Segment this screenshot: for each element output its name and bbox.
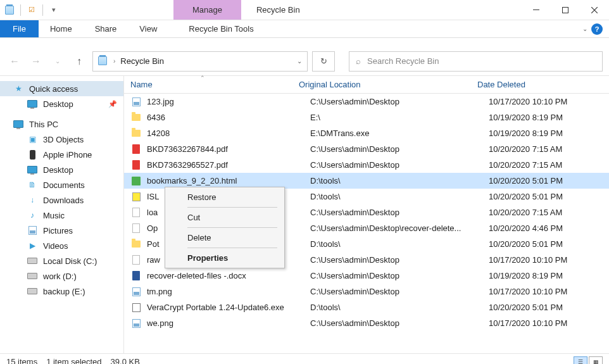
file-type-icon <box>130 270 142 282</box>
sidebar-item-iphone[interactable]: Apple iPhone <box>0 147 123 162</box>
ribbon: File Home Share View Recycle Bin Tools ⌄… <box>0 20 609 38</box>
expand-ribbon-icon[interactable]: ⌄ <box>582 25 587 32</box>
ctx-restore[interactable]: Restore <box>167 189 282 205</box>
qat-dropdown-icon[interactable]: ▾ <box>48 4 60 16</box>
recycle-bin-tools-tab[interactable]: Recycle Bin Tools <box>170 20 272 37</box>
status-item-count: 15 items <box>6 357 37 364</box>
cell-location: C:\Users\admin\Desktop <box>310 318 489 328</box>
column-header-date[interactable]: Date Deleted <box>477 80 609 89</box>
sidebar-item-quick-access[interactable]: ★ Quick access <box>0 81 123 96</box>
documents-icon: 🗎 <box>27 179 38 191</box>
file-type-icon <box>130 128 142 139</box>
ctx-cut[interactable]: Cut <box>167 210 282 225</box>
sidebar-label: backup (E:) <box>43 287 85 296</box>
forward-button[interactable]: → <box>28 53 44 70</box>
sidebar-item-drive-c[interactable]: Local Disk (C:) <box>0 253 123 268</box>
icons-view-toggle[interactable]: ▦ <box>589 356 603 365</box>
table-row[interactable]: recover-deleted-files -.docxC:\Users\adm… <box>124 268 609 284</box>
cell-date: 10/20/2020 7:15 AM <box>489 144 609 154</box>
cell-location: C:\Users\admin\Desktop <box>310 144 489 154</box>
column-header-location[interactable]: Original Location <box>299 80 477 89</box>
minimize-button[interactable] <box>522 0 551 20</box>
up-button[interactable]: ↑ <box>71 53 87 70</box>
column-header-name[interactable]: Name <box>130 80 299 89</box>
cell-name: 6436 <box>147 113 310 122</box>
breadcrumb-chevron-icon[interactable]: › <box>113 58 115 65</box>
help-icon[interactable]: ? <box>591 23 603 35</box>
file-tab[interactable]: File <box>0 20 39 37</box>
sidebar-item-pictures[interactable]: Pictures <box>0 223 123 238</box>
pc-icon <box>13 118 24 130</box>
sort-indicator-icon: ⌃ <box>200 75 205 81</box>
sidebar-item-downloads[interactable]: ↓Downloads <box>0 192 123 208</box>
cell-date: 10/19/2020 8:19 PM <box>489 271 609 280</box>
close-button[interactable] <box>580 0 609 20</box>
svg-rect-1 <box>563 7 568 13</box>
sidebar-label: Quick access <box>29 84 78 94</box>
address-dropdown-icon[interactable]: ⌄ <box>297 58 302 65</box>
cell-location: C:\Users\admin\Desktop <box>310 208 489 217</box>
navigation-pane[interactable]: ★ Quick access Desktop 📌 This PC ▣3D Obj… <box>0 76 124 353</box>
ctx-properties[interactable]: Properties <box>167 250 282 266</box>
file-type-icon <box>130 144 142 155</box>
sidebar-item-videos[interactable]: ▶Videos <box>0 238 123 253</box>
recent-dropdown-icon[interactable]: ⌄ <box>49 53 66 70</box>
cell-location: D:\tools\ <box>310 192 489 201</box>
table-row[interactable]: tm.pngC:\Users\admin\Desktop10/17/2020 1… <box>124 284 609 299</box>
cell-date: 10/20/2020 5:01 PM <box>489 192 609 201</box>
search-box[interactable]: ⌕ <box>349 51 603 72</box>
table-row[interactable]: 14208E:\DMTrans.exe10/19/2020 8:19 PM <box>124 125 609 141</box>
file-type-icon <box>130 112 142 123</box>
status-size: 39.0 KB <box>111 357 140 364</box>
sidebar-item-drive-d[interactable]: work (D:) <box>0 268 123 284</box>
sidebar-label: Local Disk (C:) <box>43 256 97 266</box>
videos-icon: ▶ <box>27 240 38 251</box>
contextual-tab-header[interactable]: Manage <box>173 0 241 20</box>
details-view-toggle[interactable]: ☰ <box>574 356 587 365</box>
table-row[interactable]: 123.jpgC:\Users\admin\Desktop10/17/2020 … <box>124 94 609 110</box>
sidebar-item-desktop[interactable]: Desktop 📌 <box>0 96 123 111</box>
refresh-button[interactable]: ↻ <box>312 51 335 72</box>
sidebar-item-this-pc[interactable]: This PC <box>0 116 123 132</box>
maximize-button[interactable] <box>551 0 580 20</box>
address-bar[interactable]: › Recycle Bin ⌄ <box>92 51 308 72</box>
recycle-bin-icon[interactable] <box>4 4 15 16</box>
sidebar-label: 3D Objects <box>43 135 84 144</box>
home-tab[interactable]: Home <box>39 20 84 37</box>
context-menu: Restore Cut Delete Properties <box>165 187 285 268</box>
title-bar: ☑ ▾ Manage Recycle Bin <box>0 0 609 20</box>
cell-date: 10/17/2020 10:10 PM <box>489 255 609 265</box>
cell-date: 10/20/2020 4:46 PM <box>489 223 609 233</box>
sidebar-item-music[interactable]: ♪Music <box>0 208 123 223</box>
ctx-delete[interactable]: Delete <box>167 230 282 246</box>
cell-location: C:\Users\admin\Desktop <box>310 271 489 280</box>
table-row[interactable]: 6436E:\10/19/2020 8:19 PM <box>124 110 609 125</box>
cell-name: BKD73632267844.pdf <box>147 144 310 154</box>
cell-date: 10/17/2020 10:10 PM <box>489 318 609 328</box>
cell-date: 10/17/2020 10:10 PM <box>489 97 609 106</box>
cell-date: 10/20/2020 5:01 PM <box>489 239 609 249</box>
share-tab[interactable]: Share <box>84 20 129 37</box>
sidebar-item-3d-objects[interactable]: ▣3D Objects <box>0 132 123 147</box>
breadcrumb-item[interactable]: Recycle Bin <box>120 56 292 66</box>
back-button[interactable]: ← <box>6 53 23 70</box>
cell-location: E:\ <box>310 113 489 122</box>
table-row[interactable]: BKD73632267844.pdfC:\Users\admin\Desktop… <box>124 141 609 157</box>
column-headers: ⌃ Name Original Location Date Deleted <box>124 76 609 94</box>
sidebar-label: Videos <box>43 241 68 251</box>
cell-date: 10/20/2020 7:15 AM <box>489 160 609 170</box>
file-type-icon <box>130 175 142 187</box>
cell-date: 10/19/2020 8:19 PM <box>489 129 609 138</box>
properties-qat-icon[interactable]: ☑ <box>26 4 37 16</box>
sidebar-item-documents[interactable]: 🗎Documents <box>0 177 123 192</box>
view-tab[interactable]: View <box>128 20 168 37</box>
table-row[interactable]: we.pngC:\Users\admin\Desktop10/17/2020 1… <box>124 315 609 331</box>
sidebar-label: Music <box>43 211 65 220</box>
table-row[interactable]: VeraCrypt Portable 1.24-Update6.exeD:\to… <box>124 299 609 315</box>
file-type-icon <box>130 302 142 313</box>
search-input[interactable] <box>367 56 596 66</box>
sidebar-item-desktop2[interactable]: Desktop <box>0 162 123 177</box>
svg-rect-0 <box>533 9 539 10</box>
sidebar-item-drive-e[interactable]: backup (E:) <box>0 284 123 299</box>
table-row[interactable]: BKD73632965527.pdfC:\Users\admin\Desktop… <box>124 157 609 173</box>
